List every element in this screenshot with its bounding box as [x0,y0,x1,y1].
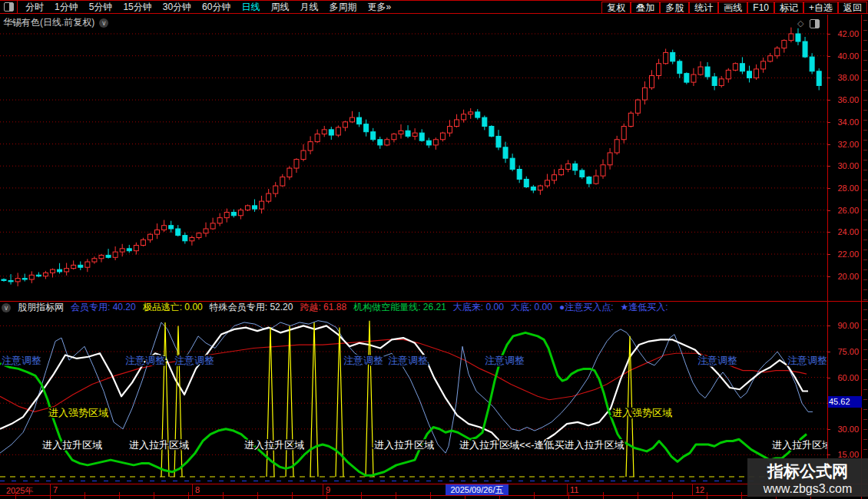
scroll-strip-tick [863,349,867,350]
minor-date-tick [465,496,465,499]
scroll-strip-tick [863,299,867,300]
period-item[interactable]: 多周期 [329,1,356,14]
scroll-strip-tick [863,329,867,330]
axis-tick [827,352,830,352]
price-axis-label: 42.00 [829,29,859,38]
toolbar-button[interactable]: 多股 [660,2,689,14]
toolbar-button[interactable]: 统计 [689,2,718,14]
minor-date-tick [603,492,604,495]
indicator-annotation: 注意调整 [2,355,41,366]
period-item[interactable]: 30分钟 [163,1,191,14]
month-tick [567,484,568,495]
price-axis-label: 24.00 [829,227,859,236]
year-label: 2025年 [6,485,33,497]
indicator-field: 特殊会员专用: 52.20 [210,302,293,313]
minor-date-tick [741,496,742,499]
indicator-axis-label: 60.00 [829,373,859,382]
minor-date-tick [603,496,604,499]
minor-date-tick [638,492,638,495]
minor-date-tick [638,496,638,499]
period-item[interactable]: 15分钟 [123,1,151,14]
axis-tick [827,56,830,57]
price-axis-label: 30.00 [829,161,859,170]
month-label: 7 [53,485,58,494]
minor-date-tick [154,496,154,499]
minor-date-tick [534,492,535,495]
minor-date-tick [534,496,535,499]
signal-spike [267,328,274,477]
scroll-strip-tick [863,170,867,170]
toolbar-button[interactable]: 画线 [718,2,747,14]
indicator-axis-label: 90.00 [829,321,859,330]
scroll-strip-tick [863,50,867,51]
period-item[interactable]: 60分钟 [202,1,230,14]
period-item[interactable]: 更多» [367,1,391,14]
price-axis-label: 36.00 [829,95,859,104]
axis-tick [827,34,830,35]
minor-date-tick [119,496,120,499]
minor-date-tick [257,492,258,495]
toolbar-button[interactable]: 标记 [774,2,803,14]
period-item[interactable]: 分时 [25,1,44,14]
scroll-strip-tick [863,70,867,71]
indicator-annotation: 进入强势区域 [612,407,672,418]
minor-date-tick [672,492,673,495]
minor-date-tick [84,496,85,499]
toolbar-button[interactable]: 返回 [838,2,867,14]
indicator-chart[interactable]: 注意调整注意调整注意调整注意调整注意调整注意调整注意调整注意调整进入强势区域进入… [0,313,827,484]
period-item[interactable]: 月线 [300,1,318,14]
indicator-annotation: 注意调整 [485,355,525,366]
minor-date-tick [741,492,742,495]
scroll-strip-tick [863,90,867,91]
price-axis-label: 20.00 [829,272,859,281]
minor-date-tick [223,496,224,499]
toolbar-button[interactable]: +自选 [803,2,838,14]
minor-date-tick [292,496,293,499]
price-axis-label: 32.00 [829,140,859,149]
axis-tick [827,210,830,211]
toolbar-button[interactable]: F10 [747,2,774,14]
price-axis-label: 34.00 [829,117,859,127]
layout-toggle-button[interactable] [0,1,18,13]
panel-divider [0,301,868,302]
watermark-url: www.zbgs3.com [747,482,868,496]
month-label: 8 [195,485,200,494]
scroll-strip-tick [863,259,867,260]
price-axis-label: 26.00 [829,206,859,215]
candlestick-chart[interactable] [0,15,827,301]
indicator-last-value-badge: 45.62 [828,396,862,408]
indicator-annotation: 进入拉升区域 [129,439,189,451]
scroll-strip-tick [863,379,867,380]
toolbar-button[interactable]: 叠加 [631,2,660,14]
period-item[interactable]: 5分钟 [89,1,113,14]
axis-tick [827,78,830,78]
minor-date-tick [50,496,51,499]
indicator-field: 机构做空能量线: 26.21 [353,302,446,313]
scroll-strip-tick [863,289,867,290]
indicator-annotation: 注意调整 [174,355,214,366]
indicator-axis-label: 30.00 [829,425,859,434]
minor-date-tick [568,492,569,495]
scroll-strip-tick [863,269,867,270]
signal-spike [161,322,169,477]
minor-date-tick [326,492,327,495]
period-item[interactable]: 周线 [270,1,289,14]
axis-tick [827,122,830,123]
axis-tick [827,100,830,101]
scroll-strip-tick [863,250,867,250]
chevron-down-icon[interactable]: ∨ [2,303,11,312]
period-item[interactable]: 1分钟 [55,1,78,14]
toolbar-button[interactable]: 复权 [601,2,631,14]
indicator-annotation: 注意调整 [697,355,737,366]
scroll-strip-tick [863,319,867,320]
axis-tick [827,454,830,455]
scroll-strip-tick [863,439,867,440]
date-axis-top [0,484,868,484]
minor-date-tick [396,492,396,495]
scroll-strip-tick [863,140,867,140]
axis-divider [827,15,828,495]
indicator-field: ●注意买入点: [559,302,614,313]
period-item[interactable]: 日线 [241,1,260,14]
scroll-strip-tick [863,279,867,280]
axis-tick [827,378,830,378]
